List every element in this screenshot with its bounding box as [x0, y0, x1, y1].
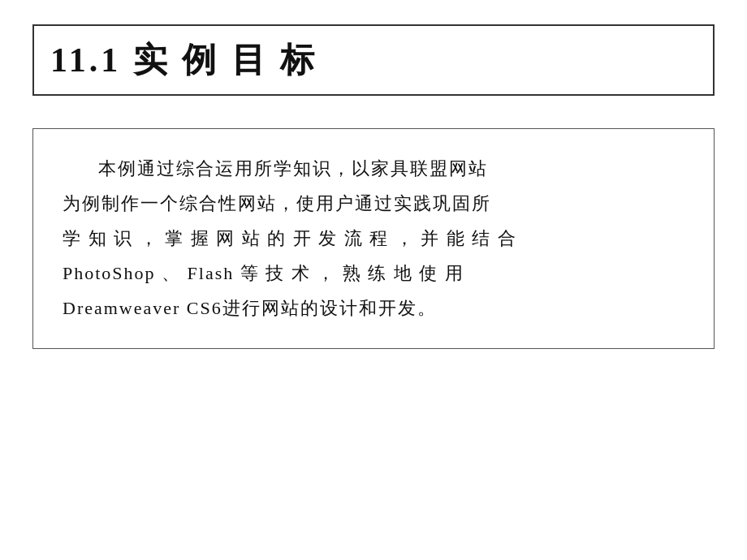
content-paragraph: 本例通过综合运用所学知识，以家具联盟网站 为例制作一个综合性网站，使用户通过实践…: [63, 152, 684, 325]
content-line-1: 本例通过综合运用所学知识，以家具联盟网站: [63, 152, 684, 187]
content-box: 本例通过综合运用所学知识，以家具联盟网站 为例制作一个综合性网站，使用户通过实践…: [32, 128, 715, 349]
content-line-3: 学 知 识 ， 掌 握 网 站 的 开 发 流 程 ， 并 能 结 合: [63, 228, 517, 248]
content-line-4: PhotoShop 、 Flash 等 技 术 ， 熟 练 地 使 用: [63, 263, 464, 283]
page-title: 11.1 实 例 目 标: [50, 41, 317, 79]
page-container: 11.1 实 例 目 标 本例通过综合运用所学知识，以家具联盟网站 为例制作一个…: [0, 0, 747, 560]
content-line-2: 为例制作一个综合性网站，使用户通过实践巩固所: [63, 193, 491, 213]
title-box: 11.1 实 例 目 标: [32, 24, 715, 96]
content-line-5: Dreamweaver CS6进行网站的设计和开发。: [63, 298, 437, 318]
